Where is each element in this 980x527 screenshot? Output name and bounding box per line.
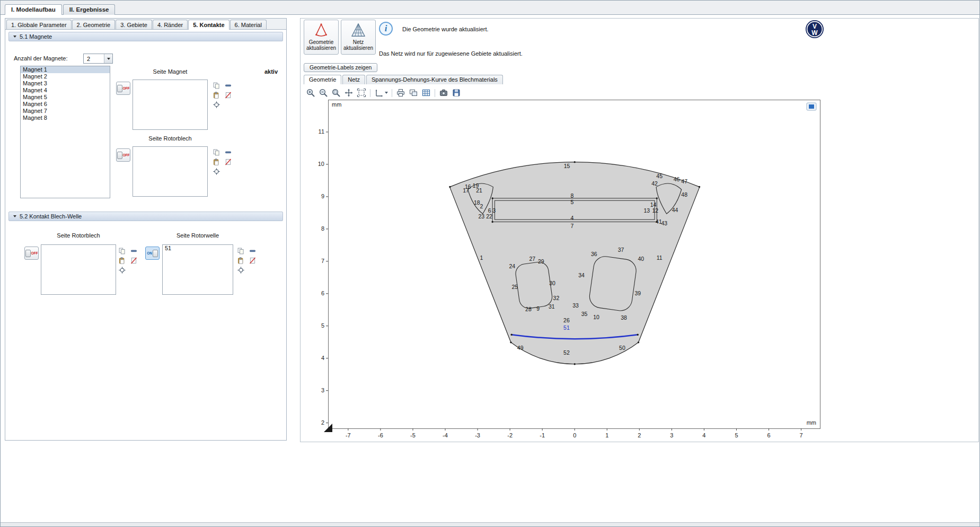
- section-tab-bar: 1. Globale Parameter2. Geometrie3. Gebie…: [5, 19, 286, 30]
- remove-button[interactable]: [129, 247, 138, 255]
- copy-button[interactable]: [236, 247, 245, 255]
- tab-3-gebiete[interactable]: 3. Gebiete: [116, 20, 152, 29]
- clear-button[interactable]: [248, 256, 257, 265]
- zoom-to-selection-button[interactable]: [118, 266, 126, 274]
- selection-entry[interactable]: 51: [163, 245, 233, 252]
- toolbar-separator: [392, 89, 392, 97]
- view-options-button[interactable]: [373, 87, 389, 98]
- tab-6-material[interactable]: 6. Material: [230, 20, 267, 29]
- graphics-tab-geometrie[interactable]: Geometrie: [304, 75, 341, 84]
- svg-text:52: 52: [563, 349, 570, 356]
- svg-text:44: 44: [672, 207, 678, 213]
- svg-text:4: 4: [702, 432, 705, 438]
- tab-5-kontakte[interactable]: 5. Kontakte: [188, 20, 229, 30]
- magnet-list-item[interactable]: Magnet 2: [21, 73, 110, 80]
- graphics-tab-spannungs-dehnungs-kurve-des-blechmaterials[interactable]: Spannungs-Dehnungs-Kurve des Blechmateri…: [366, 75, 503, 84]
- seite-rotorblech-label-51: Seite Rotorblech: [133, 135, 208, 142]
- clear-button[interactable]: [224, 91, 232, 99]
- print-button[interactable]: [395, 87, 407, 98]
- svg-text:5: 5: [321, 322, 324, 329]
- zoom-in-button[interactable]: [305, 87, 316, 98]
- pan-icon: [344, 88, 354, 98]
- svg-text:12: 12: [652, 207, 658, 214]
- tab-2-geometrie[interactable]: 2. Geometrie: [72, 20, 116, 29]
- svg-text:45: 45: [656, 173, 663, 179]
- toolbar-separator: [370, 89, 370, 97]
- svg-text:4: 4: [321, 355, 324, 361]
- clear-button[interactable]: [129, 256, 138, 265]
- clear-button[interactable]: [224, 157, 232, 166]
- magnet-list-item[interactable]: Magnet 3: [21, 80, 110, 87]
- anzahl-magnete-dropdown[interactable]: 2: [83, 54, 113, 64]
- kontakt-rotorwelle-toggle[interactable]: ON: [145, 247, 160, 260]
- geometry-icon: [313, 22, 329, 39]
- clear-icon: [130, 257, 138, 265]
- netz-aktualisieren-button[interactable]: Netz aktualisieren: [341, 20, 376, 55]
- magnet-side-selection-listbox[interactable]: [133, 80, 208, 130]
- paste-button[interactable]: [236, 256, 245, 265]
- kontakt-rotorblech-selection-listbox[interactable]: [41, 244, 116, 295]
- remove-button[interactable]: [224, 148, 232, 156]
- main-tab-i-modellaufbau[interactable]: I. Modellaufbau: [5, 4, 62, 15]
- tab-1-globale-parameter[interactable]: 1. Globale Parameter: [6, 20, 72, 29]
- magnet-listbox[interactable]: Magnet 1Magnet 2Magnet 3Magnet 4Magnet 5…: [20, 66, 110, 198]
- svg-text:-1: -1: [540, 432, 545, 438]
- zoom-to-selection-button[interactable]: [212, 100, 220, 109]
- magnet-list-item[interactable]: Magnet 6: [21, 101, 110, 108]
- snapshot-button[interactable]: [438, 87, 449, 98]
- paste-button[interactable]: [212, 157, 220, 166]
- magnet-list-item[interactable]: Magnet 7: [21, 108, 110, 115]
- geometrie-aktualisieren-button[interactable]: Geometrie aktualisieren: [304, 20, 339, 55]
- plot-corner-button[interactable]: [807, 103, 816, 110]
- section-header-kontakt[interactable]: 5.2 Kontakt Blech-Welle: [8, 212, 283, 221]
- remove-button[interactable]: [224, 81, 232, 90]
- tab-4-r-nder[interactable]: 4. Ränder: [153, 20, 188, 29]
- paste-button[interactable]: [212, 91, 220, 99]
- svg-text:-2: -2: [507, 432, 513, 438]
- info-icon: i: [379, 22, 393, 36]
- clear-icon: [249, 257, 257, 265]
- rotorblech-side-toggle[interactable]: OFF: [116, 148, 130, 162]
- magnet-list-item[interactable]: Magnet 4: [21, 87, 110, 94]
- paste-button[interactable]: [118, 256, 126, 265]
- graphics-tab-bar: GeometrieNetzSpannungs-Dehnungs-Kurve de…: [304, 75, 503, 84]
- zoom-to-selection-button[interactable]: [236, 266, 245, 274]
- zoom-to-selection-button[interactable]: [212, 167, 220, 175]
- pan-button[interactable]: [343, 87, 355, 98]
- zoom-extents-icon: [357, 88, 366, 98]
- section-title-kontakt: 5.2 Kontakt Blech-Welle: [20, 213, 82, 219]
- table-button[interactable]: [420, 87, 432, 98]
- zoom-extents-button[interactable]: [356, 87, 367, 98]
- rotorblech-side-selection-listbox[interactable]: [133, 146, 208, 197]
- svg-text:25: 25: [511, 284, 518, 290]
- geometrie-labels-zeigen-button[interactable]: Geometrie-Labels zeigen: [304, 63, 377, 72]
- copy-button[interactable]: [212, 81, 220, 90]
- magnet-list-item[interactable]: Magnet 8: [21, 115, 110, 121]
- magnet-list-item[interactable]: Magnet 5: [21, 94, 110, 101]
- zoom-selected-button[interactable]: [330, 87, 342, 98]
- view-options-icon: [374, 88, 384, 98]
- save-button[interactable]: [451, 87, 462, 98]
- svg-text:1: 1: [605, 432, 608, 438]
- status-bar: [1, 522, 979, 527]
- kontakt-rotorwelle-selection-listbox[interactable]: 51: [162, 244, 233, 295]
- collapse-caret-icon: [13, 36, 16, 38]
- geometry-plot[interactable]: -7-6-5-4-3-2-101234567234567891011mmmm12…: [304, 100, 830, 443]
- kontakt-rotorblech-toggle[interactable]: OFF: [24, 247, 39, 260]
- copy-button[interactable]: [212, 148, 220, 156]
- graphics-tab-netz[interactable]: Netz: [342, 75, 365, 84]
- kontakt-rotorwelle-selection-tools: [236, 247, 257, 274]
- svg-text:24: 24: [509, 263, 516, 269]
- zoom-out-button[interactable]: [317, 87, 329, 98]
- main-tab-ii-ergebnisse[interactable]: II. Ergebnisse: [63, 4, 116, 15]
- remove-button[interactable]: [248, 247, 257, 255]
- svg-text:8: 8: [570, 192, 573, 199]
- magnet-list-item[interactable]: Magnet 1: [21, 66, 110, 73]
- copy-button[interactable]: [118, 247, 126, 255]
- export-image-button[interactable]: [408, 87, 419, 98]
- section-header-magnete[interactable]: 5.1 Magnete: [8, 32, 283, 41]
- dropdown-caret-icon: [104, 54, 112, 63]
- remove-icon: [130, 247, 138, 255]
- magnet-side-toggle[interactable]: OFF: [116, 82, 130, 95]
- plot-area[interactable]: -7-6-5-4-3-2-101234567234567891011mmmm12…: [304, 100, 830, 443]
